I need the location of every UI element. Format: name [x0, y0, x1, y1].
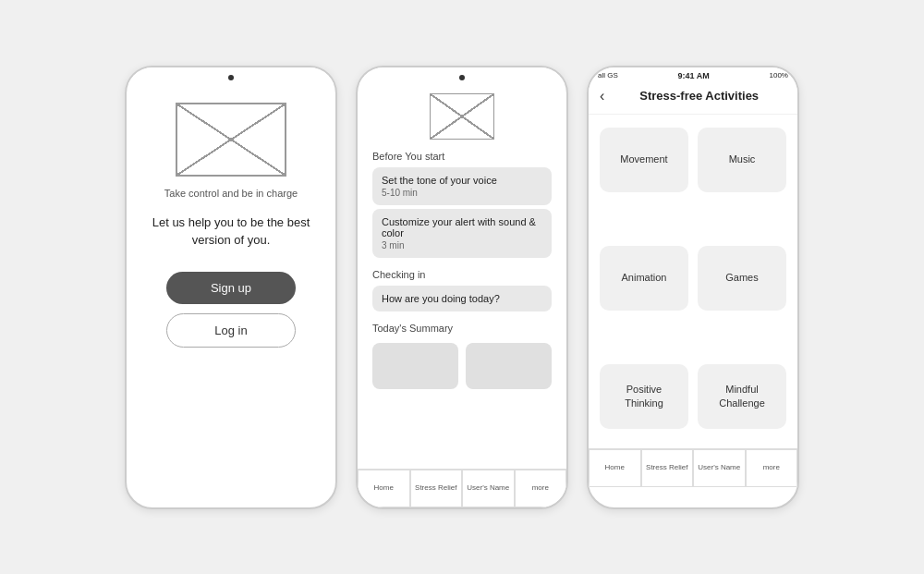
screen3-content: all GS 9:41 AM 100% ‹ Stress-free Activi… — [589, 67, 797, 487]
nav-home-2[interactable]: Home — [358, 470, 410, 507]
nav-more-3[interactable]: more — [746, 449, 798, 487]
hero-image-placeholder — [176, 103, 286, 177]
status-left: all GS — [598, 71, 618, 79]
section1-label: Before You start — [372, 151, 552, 162]
card2-sub: 3 min — [382, 240, 542, 250]
section3-label: Today's Summary — [372, 323, 552, 334]
notch-dot-2 — [459, 75, 465, 80]
bottom-nav-2: Home Stress Relief User's Name more — [358, 469, 566, 507]
screen2-hero-image — [430, 93, 494, 140]
screen3-header: ‹ Stress-free Activities — [589, 82, 797, 115]
nav-stress-3[interactable]: Stress Relief — [641, 449, 694, 487]
activities-grid: Movement Music Animation Games PositiveT… — [589, 115, 797, 487]
section2-label: Checking in — [372, 269, 552, 280]
card1-sub: 5-10 min — [382, 188, 542, 198]
status-time: 9:41 AM — [678, 71, 710, 80]
card1[interactable]: Set the tone of your voice 5-10 min — [372, 167, 552, 205]
card2[interactable]: Customize your alert with sound & color … — [372, 209, 552, 258]
screen1-content: Take control and be in charge Let us hel… — [127, 84, 335, 496]
activity-positive-thinking[interactable]: PositiveThinking — [600, 364, 688, 429]
phone-screen-2: Before You start Set the tone of your vo… — [356, 66, 568, 509]
card1-title: Set the tone of your voice — [382, 175, 542, 186]
signup-button[interactable]: Sign up — [166, 272, 296, 304]
screen2-content: Before You start Set the tone of your vo… — [358, 84, 566, 496]
card2-title: Customize your alert with sound & color — [382, 216, 542, 238]
summary-cards — [372, 343, 552, 389]
summary-card-1 — [372, 343, 458, 389]
phone-screen-1: Take control and be in charge Let us hel… — [125, 66, 337, 509]
nav-home-3[interactable]: Home — [589, 449, 641, 487]
nav-user-3[interactable]: User's Name — [693, 449, 746, 487]
nav-stress-2[interactable]: Stress Relief — [410, 470, 463, 507]
login-button[interactable]: Log in — [166, 313, 296, 348]
card3[interactable]: How are you doing today? — [372, 286, 552, 311]
screen3-title: Stress-free Activities — [612, 89, 786, 103]
bottom-nav-3: Home Stress Relief User's Name more — [589, 448, 797, 487]
main-text: Let us help you to be the best version o… — [145, 214, 317, 250]
activity-music[interactable]: Music — [698, 128, 786, 192]
nav-more-2[interactable]: more — [515, 470, 567, 507]
status-bar: all GS 9:41 AM 100% — [589, 67, 797, 82]
back-button[interactable]: ‹ — [600, 88, 604, 104]
phone-screen-3: all GS 9:41 AM 100% ‹ Stress-free Activi… — [587, 66, 799, 509]
notch-dot-1 — [228, 75, 234, 80]
activity-movement[interactable]: Movement — [600, 128, 688, 192]
activity-games[interactable]: Games — [698, 246, 786, 311]
activity-animation[interactable]: Animation — [600, 246, 688, 311]
activity-mindful-challenge[interactable]: MindfulChallenge — [698, 364, 786, 429]
nav-user-2[interactable]: User's Name — [462, 470, 515, 507]
summary-card-2 — [466, 343, 552, 389]
card3-title: How are you doing today? — [382, 293, 542, 304]
phone-notch-1 — [127, 67, 335, 84]
phone-notch-2 — [358, 67, 566, 84]
status-right: 100% — [770, 71, 788, 79]
tagline-text: Take control and be in charge — [164, 188, 298, 199]
